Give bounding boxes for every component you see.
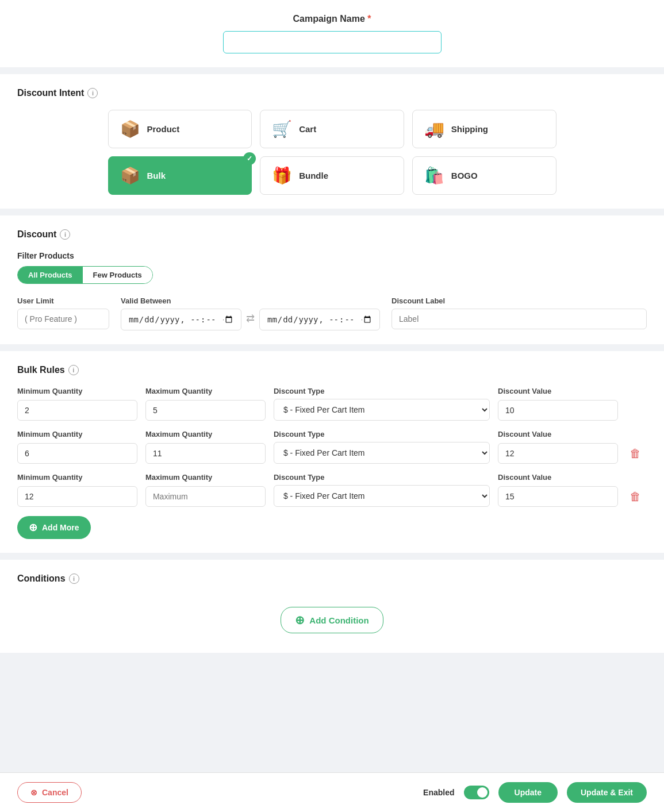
max-qty-input-1[interactable]	[145, 400, 266, 421]
bulk-check-badge: ✓	[243, 152, 256, 165]
min-qty-input-1[interactable]	[17, 400, 137, 421]
discount-heading: Discount i	[17, 229, 647, 240]
bulk-rule-header-1: Minimum Quantity Maximum Quantity Discou…	[17, 387, 647, 395]
required-star: *	[367, 14, 371, 24]
filter-toggle-group: All Products Few Products	[17, 266, 153, 284]
bulk-rule-header-2: Minimum Quantity Maximum Quantity Discou…	[17, 430, 647, 438]
discount-value-input-2[interactable]	[498, 443, 618, 464]
swap-icon: ⇄	[246, 312, 255, 325]
bogo-icon: 🛍️	[424, 166, 444, 185]
discount-label-group: Discount Label	[392, 297, 647, 330]
discount-section: Discount i Filter Products All Products …	[0, 215, 664, 344]
discount-type-select-3[interactable]: $ - Fixed Per Cart Item % - Percentage $…	[274, 485, 490, 507]
delete-row-2-button[interactable]: 🗑	[626, 444, 647, 464]
date-end-input[interactable]	[259, 309, 380, 330]
bottom-bar: ⊗ Cancel Enabled Update Update & Exit	[0, 772, 664, 812]
conditions-empty-area: ⊕ Add Condition	[17, 595, 647, 639]
max-qty-header-2: Maximum Quantity	[145, 430, 266, 438]
shipping-label: Shipping	[451, 124, 488, 134]
conditions-section: Conditions i ⊕ Add Condition	[0, 560, 664, 653]
user-limit-input[interactable]	[17, 309, 109, 329]
intent-cart[interactable]: 🛒 Cart	[260, 110, 404, 148]
cancel-icon: ⊗	[30, 788, 37, 797]
intent-bulk[interactable]: 📦 Bulk ✓	[108, 156, 252, 195]
bulk-rule-inputs-3: $ - Fixed Per Cart Item % - Percentage $…	[17, 485, 647, 507]
discount-type-header-3: Discount Type	[274, 473, 490, 482]
bulk-rule-row-3: Minimum Quantity Maximum Quantity Discou…	[17, 473, 647, 507]
discount-intent-section: Discount Intent i 📦 Product 🛒 Cart 🚚 Shi…	[0, 74, 664, 209]
max-qty-header-1: Maximum Quantity	[145, 387, 266, 395]
enabled-toggle[interactable]	[464, 786, 489, 799]
user-limit-label: User Limit	[17, 297, 109, 305]
discount-info-icon[interactable]: i	[60, 229, 70, 240]
discount-intent-heading: Discount Intent i	[17, 88, 647, 98]
discount-value-header-1: Discount Value	[498, 387, 618, 395]
bulk-rule-inputs-1: $ - Fixed Per Cart Item % - Percentage $…	[17, 399, 647, 421]
few-products-btn[interactable]: Few Products	[83, 267, 152, 283]
conditions-info-icon[interactable]: i	[69, 574, 79, 584]
bulk-rules-heading: Bulk Rules i	[17, 365, 647, 375]
campaign-name-input[interactable]: Gold Member Tiered Discount	[223, 31, 442, 53]
discount-value-header-2: Discount Value	[498, 430, 618, 438]
add-more-plus-icon: ⊕	[29, 521, 37, 534]
min-qty-input-2[interactable]	[17, 443, 137, 464]
bulk-rule-row-1: Minimum Quantity Maximum Quantity Discou…	[17, 387, 647, 421]
enabled-label: Enabled	[423, 788, 454, 797]
intent-bogo[interactable]: 🛍️ BOGO	[412, 156, 556, 195]
discount-label-input[interactable]	[392, 309, 647, 329]
max-qty-input-2[interactable]	[145, 443, 266, 464]
discount-value-header-3: Discount Value	[498, 473, 618, 482]
campaign-section: Campaign Name * Gold Member Tiered Disco…	[0, 0, 664, 67]
discount-form-row: User Limit Valid Between ⇄ Discount Labe…	[17, 297, 647, 330]
bulk-rule-inputs-2: $ - Fixed Per Cart Item % - Percentage $…	[17, 442, 647, 464]
cart-icon: 🛒	[272, 120, 292, 138]
all-products-btn[interactable]: All Products	[18, 267, 83, 283]
intent-shipping[interactable]: 🚚 Shipping	[412, 110, 556, 148]
filter-products-label: Filter Products	[17, 251, 647, 260]
product-label: Product	[147, 124, 180, 134]
intent-bundle[interactable]: 🎁 Bundle	[260, 156, 404, 195]
discount-intent-info-icon[interactable]: i	[87, 88, 98, 98]
add-condition-button[interactable]: ⊕ Add Condition	[281, 607, 383, 633]
delete-row-3-button[interactable]: 🗑	[626, 487, 647, 507]
min-qty-header-2: Minimum Quantity	[17, 430, 137, 438]
date-range-group: ⇄	[121, 309, 380, 330]
min-qty-header-3: Minimum Quantity	[17, 473, 137, 482]
date-start-input[interactable]	[121, 309, 241, 330]
bogo-label: BOGO	[451, 171, 478, 180]
discount-label-label: Discount Label	[392, 297, 647, 305]
page-wrapper: Campaign Name * Gold Member Tiered Disco…	[0, 0, 664, 812]
shipping-icon: 🚚	[424, 120, 444, 138]
bundle-icon: 🎁	[272, 166, 292, 185]
intent-grid: 📦 Product 🛒 Cart 🚚 Shipping 📦 Bulk ✓ 🎁 B…	[108, 110, 556, 195]
valid-between-label: Valid Between	[121, 297, 380, 305]
user-limit-group: User Limit	[17, 297, 109, 330]
valid-between-group: Valid Between ⇄	[121, 297, 380, 330]
discount-type-select-1[interactable]: $ - Fixed Per Cart Item % - Percentage $…	[274, 399, 490, 421]
bulk-label: Bulk	[147, 171, 166, 180]
bulk-rule-header-3: Minimum Quantity Maximum Quantity Discou…	[17, 473, 647, 482]
right-actions: Enabled Update Update & Exit	[423, 782, 647, 803]
cart-label: Cart	[299, 124, 316, 134]
min-qty-header-1: Minimum Quantity	[17, 387, 137, 395]
max-qty-header-3: Maximum Quantity	[145, 473, 266, 482]
max-qty-input-3[interactable]	[145, 486, 266, 507]
bulk-rules-section: Bulk Rules i Minimum Quantity Maximum Qu…	[0, 351, 664, 553]
min-qty-input-3[interactable]	[17, 486, 137, 507]
product-icon: 📦	[120, 120, 140, 138]
update-button[interactable]: Update	[498, 782, 558, 803]
cancel-button[interactable]: ⊗ Cancel	[17, 782, 82, 803]
intent-product[interactable]: 📦 Product	[108, 110, 252, 148]
discount-type-header-1: Discount Type	[274, 387, 490, 395]
conditions-heading: Conditions i	[17, 574, 647, 584]
bundle-label: Bundle	[299, 171, 328, 180]
campaign-name-title: Campaign Name *	[17, 14, 647, 24]
discount-type-select-2[interactable]: $ - Fixed Per Cart Item % - Percentage $…	[274, 442, 490, 464]
discount-value-input-3[interactable]	[498, 486, 618, 507]
update-exit-button[interactable]: Update & Exit	[567, 782, 647, 803]
bulk-rule-row-2: Minimum Quantity Maximum Quantity Discou…	[17, 430, 647, 464]
discount-value-input-1[interactable]	[498, 400, 618, 421]
add-condition-plus-icon: ⊕	[295, 613, 305, 627]
bulk-rules-info-icon[interactable]: i	[68, 365, 79, 375]
add-more-button[interactable]: ⊕ Add More	[17, 516, 91, 539]
